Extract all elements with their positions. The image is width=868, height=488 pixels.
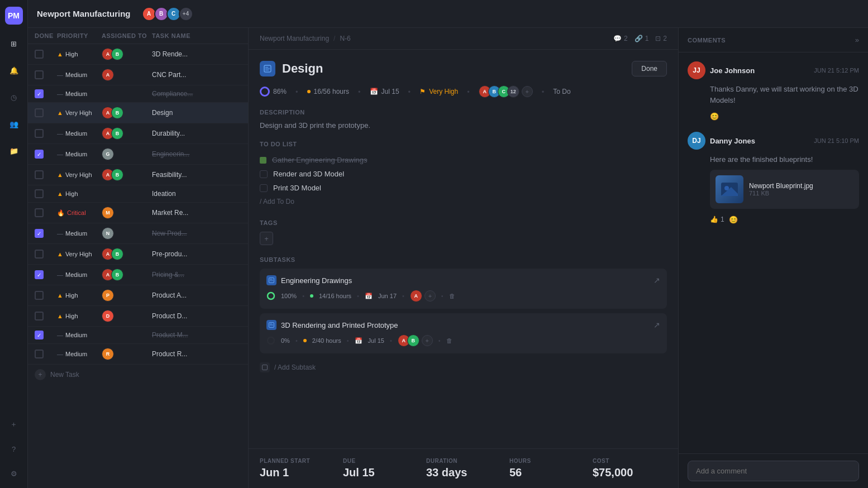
row-checkbox[interactable]: ✓ bbox=[35, 89, 44, 98]
task-name-cell: Product M... bbox=[152, 331, 241, 339]
row-checkbox[interactable] bbox=[35, 129, 44, 138]
sidebar-users-icon[interactable]: 👥 bbox=[6, 116, 22, 132]
row-checkbox[interactable]: ✓ bbox=[35, 229, 44, 238]
todo-checked-icon bbox=[260, 157, 266, 164]
due-stat: DUE Jul 15 bbox=[343, 458, 417, 479]
row-checkbox[interactable] bbox=[35, 189, 44, 198]
assigned-cell: A B bbox=[102, 48, 152, 60]
row-checkbox[interactable]: ✓ bbox=[35, 150, 44, 159]
row-checkbox[interactable]: ✓ bbox=[35, 331, 44, 339]
row-checkbox[interactable] bbox=[35, 291, 44, 300]
new-task-row[interactable]: + New Task bbox=[28, 365, 248, 385]
assignee-avatar: R bbox=[102, 348, 114, 360]
list-item[interactable]: 3D Rendering and Printed Prototype ↗ 0% … bbox=[260, 313, 667, 353]
table-row[interactable]: ▲High P Product A... bbox=[28, 285, 248, 306]
table-row[interactable]: ▲High A B 3D Rende... bbox=[28, 44, 248, 65]
row-checkbox[interactable] bbox=[35, 350, 44, 358]
app-logo[interactable]: PM bbox=[5, 7, 23, 25]
progress-circle-icon bbox=[260, 87, 270, 97]
comment-input[interactable] bbox=[688, 461, 859, 481]
subtask-meta-2: 0% • 2/40 hours • 📅 Jul 15 • A B + bbox=[266, 334, 660, 347]
links-count-action[interactable]: 🔗 1 bbox=[635, 35, 649, 42]
subtask-add-assignee-2[interactable]: + bbox=[422, 335, 433, 346]
col-done: DONE bbox=[35, 32, 57, 39]
row-checkbox[interactable] bbox=[35, 312, 44, 320]
table-row[interactable]: —Medium A B Durability... bbox=[28, 123, 248, 144]
comment-reaction-area-1[interactable]: 😊 bbox=[688, 112, 859, 121]
add-subtask-button[interactable]: / Add Subtask bbox=[260, 358, 667, 377]
table-row[interactable]: ▲High Ideation bbox=[28, 185, 248, 203]
task-type-icon bbox=[260, 61, 275, 76]
add-todo-label: / Add To Do bbox=[260, 198, 294, 205]
subtask-assignees-2: A B + bbox=[398, 334, 433, 347]
sidebar-home-icon[interactable]: ⊞ bbox=[6, 36, 22, 51]
list-item[interactable]: Render and 3D Model bbox=[260, 167, 667, 181]
table-row[interactable]: ▲Very High A B Pre-produ... bbox=[28, 244, 248, 265]
col-assigned: ASSIGNED TO bbox=[102, 32, 152, 39]
table-row[interactable]: —Medium A CNC Part... bbox=[28, 65, 248, 85]
hours-stat: HOURS 56 bbox=[509, 458, 584, 479]
assigned-cell: A B bbox=[102, 169, 152, 181]
done-button[interactable]: Done bbox=[632, 61, 667, 76]
emoji-picker-icon-2[interactable]: 😊 bbox=[729, 216, 738, 224]
priority-cell: —Medium bbox=[57, 151, 102, 157]
table-row[interactable]: ▲Very High A B Design bbox=[28, 103, 248, 123]
todo-checkbox-icon[interactable] bbox=[260, 170, 268, 178]
table-row[interactable]: ✓ —Medium A B Pricing &... bbox=[28, 265, 248, 285]
hours-value: 56 bbox=[509, 466, 584, 479]
sidebar-clock-icon[interactable]: ◷ bbox=[6, 89, 22, 105]
subtask-delete-icon-2[interactable]: 🗑 bbox=[446, 337, 452, 344]
subtask-add-assignee[interactable]: + bbox=[425, 290, 436, 302]
subtasks-count-action[interactable]: ⊡ 2 bbox=[655, 35, 667, 42]
todo-checkbox-icon[interactable] bbox=[260, 184, 268, 192]
table-row[interactable]: ✓ —Medium N New Prod... bbox=[28, 223, 248, 244]
main-area: Newport Manufacturing A B C +4 DONE PRIO… bbox=[28, 0, 868, 488]
subtask-meta: 100% • 14/16 hours • 📅 Jun 17 • A + bbox=[266, 290, 660, 302]
hours-label: HOURS bbox=[509, 458, 584, 464]
assigned-cell: N bbox=[102, 227, 152, 240]
add-todo-button[interactable]: / Add To Do bbox=[260, 195, 667, 208]
row-checkbox[interactable] bbox=[35, 208, 44, 217]
external-link-icon-2[interactable]: ↗ bbox=[654, 320, 660, 329]
emoji-picker-icon-1[interactable]: 😊 bbox=[710, 112, 719, 121]
comments-count-action[interactable]: 💬 2 bbox=[613, 35, 628, 42]
hours-dot-green-icon bbox=[310, 294, 313, 298]
table-row[interactable]: ✓ —Medium G Engineerin... bbox=[28, 144, 248, 165]
subtask-delete-icon[interactable]: 🗑 bbox=[449, 293, 455, 299]
table-row[interactable]: —Medium R Product R... bbox=[28, 344, 248, 365]
row-checkbox[interactable] bbox=[35, 170, 44, 179]
expand-comments-icon[interactable]: » bbox=[855, 36, 859, 44]
add-assignee-button[interactable]: + bbox=[522, 86, 533, 97]
table-row[interactable]: ✓ —Medium Compliance... bbox=[28, 85, 248, 103]
sidebar-help-icon[interactable]: ? bbox=[6, 441, 22, 457]
list-item[interactable]: Engineering Drawings ↗ 100% • 14/16 hour… bbox=[260, 269, 667, 309]
avatar-overflow[interactable]: +4 bbox=[179, 7, 193, 21]
row-checkbox[interactable] bbox=[35, 250, 44, 259]
row-checkbox[interactable] bbox=[35, 70, 44, 79]
cost-label: COST bbox=[593, 458, 667, 464]
subtask-calendar-icon-2: 📅 bbox=[355, 337, 363, 345]
sidebar-notifications-icon[interactable]: 🔔 bbox=[6, 63, 22, 78]
table-row[interactable]: ▲High D Product D... bbox=[28, 306, 248, 327]
row-checkbox[interactable]: ✓ bbox=[35, 270, 44, 279]
list-item[interactable]: Print 3D Model bbox=[260, 181, 667, 195]
cost-stat: COST $75,000 bbox=[593, 458, 667, 479]
add-tag-button[interactable]: + bbox=[260, 232, 273, 245]
new-task-add-icon[interactable]: + bbox=[35, 369, 46, 380]
comment-attachment[interactable]: Newport Blueprint.jpg 711 KB bbox=[710, 170, 859, 209]
external-link-icon[interactable]: ↗ bbox=[654, 276, 660, 285]
list-item[interactable]: Gather Engineering Drawings bbox=[260, 153, 667, 167]
table-row[interactable]: ▲Very High A B Feasibility... bbox=[28, 165, 248, 185]
comment-time-2: JUN 21 5:10 PM bbox=[814, 137, 859, 144]
subtasks-section-label: SUBTASKS bbox=[260, 256, 667, 263]
sidebar-folder-icon[interactable]: 📁 bbox=[6, 143, 22, 159]
topbar: Newport Manufacturing A B C +4 bbox=[28, 0, 868, 28]
table-row[interactable]: ✓ —Medium Product M... bbox=[28, 327, 248, 344]
row-checkbox[interactable] bbox=[35, 108, 44, 117]
sidebar-settings-icon[interactable]: ⚙ bbox=[6, 466, 22, 481]
table-row[interactable]: 🔥Critical M Market Re... bbox=[28, 203, 248, 223]
row-checkbox[interactable] bbox=[35, 50, 44, 59]
reaction-thumbsup[interactable]: 👍 1 bbox=[710, 216, 724, 223]
sidebar-add-icon[interactable]: ＋ bbox=[6, 417, 22, 432]
project-avatars: A B C +4 bbox=[137, 7, 193, 21]
